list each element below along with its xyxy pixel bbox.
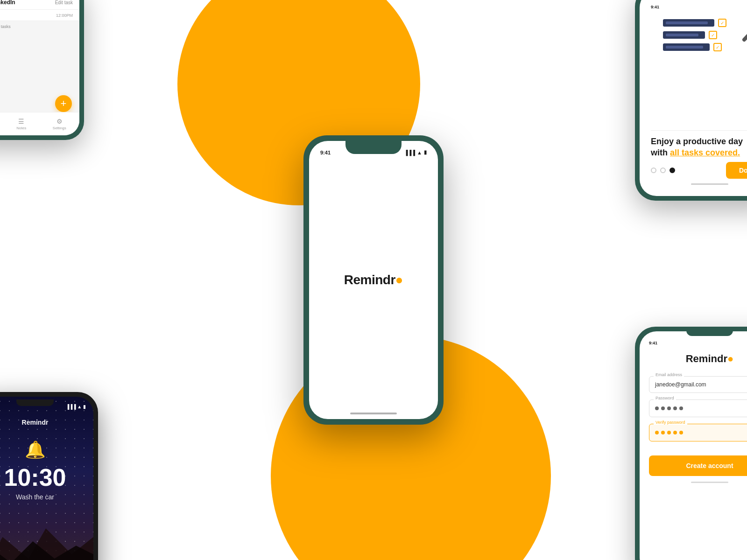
password-field[interactable]: 👁: [649, 399, 747, 417]
verify-password-label: Verify password: [654, 420, 687, 425]
phone-notch-splash: [345, 141, 402, 154]
done-button[interactable]: Done: [726, 162, 747, 179]
nav-notes[interactable]: ☰ Notes: [16, 118, 26, 130]
verify-dot-3: [667, 431, 671, 434]
onboard-title-line2: with: [651, 148, 670, 157]
task-time: 12:00PM: [56, 13, 73, 18]
settings-nav-icon: ⚙: [56, 118, 63, 125]
home-bar-onboard: [691, 183, 728, 185]
task-header: Check LinkedIn Edit task: [0, 0, 79, 10]
signup-logo-dot: ●: [727, 353, 733, 364]
ticked-label: 5 ticked off tasks: [0, 24, 11, 29]
signup-status-time: 9:41: [649, 341, 657, 345]
mountain-svg: [0, 499, 93, 560]
home-bar-signup: [691, 482, 728, 483]
phone-screen-tasks: Check LinkedIn Edit task ♡ remove 12:00P…: [0, 0, 79, 135]
phone-frame-onboard: 9:41 ▐▐▐ ▲ ▮ ✓: [635, 0, 747, 201]
notch-lock: [16, 399, 54, 406]
bottom-navigation: ⊞ Tasks ☰ Notes ⚙ Settings: [0, 112, 79, 135]
create-account-button[interactable]: Create account: [649, 455, 747, 476]
task-edit-label: Edit task: [55, 0, 73, 5]
password-input-group: Password 👁: [649, 399, 747, 417]
phone-screen-onboard: 9:41 ▐▐▐ ▲ ▮ ✓: [640, 0, 747, 196]
bar-fill-1: [666, 21, 708, 24]
status-time-splash: 9:41: [320, 150, 331, 155]
task-title: Check LinkedIn: [0, 0, 15, 6]
phone-center-splash: 9:41 ▐▐▐ ▲ ▮ Remindr●: [303, 135, 444, 425]
pw-dot-3: [667, 406, 671, 410]
home-bar-splash: [350, 413, 397, 414]
wifi-icon: ▲: [417, 150, 422, 155]
email-label: Email address: [654, 372, 684, 377]
verify-dot-1: [655, 431, 659, 434]
checklist-widget: ✓ ✓ ✓: [663, 19, 726, 51]
checklist-row-1: ✓: [663, 19, 726, 27]
lock-bell-icon: 🔔: [25, 440, 46, 460]
phone-frame-tasks: Check LinkedIn Edit task ♡ remove 12:00P…: [0, 0, 84, 140]
pw-dot-1: [655, 406, 659, 410]
signup-status-bar: 9:41 ▐▐▐ ▲ ▮: [649, 341, 747, 345]
svg-line-7: [744, 32, 747, 40]
signup-logo: Remindr●: [649, 353, 747, 365]
verify-password-input-group: Verify password 👁: [649, 424, 747, 441]
verify-password-field[interactable]: 👁: [649, 424, 747, 441]
onboard-status-time: 9:41: [651, 5, 659, 9]
verify-dot-2: [661, 431, 665, 434]
person-illustration: [731, 14, 747, 79]
phone-top-right-onboarding: 9:41 ▐▐▐ ▲ ▮ ✓: [635, 0, 747, 201]
onboard-underline: all tasks covered.: [670, 148, 740, 157]
verify-password-dots: [655, 431, 683, 434]
signal-icon: ▐▐▐: [404, 150, 415, 155]
notch-signup: [686, 331, 733, 336]
notes-nav-icon: ☰: [18, 118, 24, 125]
bar-fill-2: [666, 34, 698, 36]
lock-app-name: Remindr: [22, 419, 49, 426]
phone-bottom-right-signup: 9:41 ▐▐▐ ▲ ▮ Remindr● Email address jane…: [635, 327, 747, 560]
onboard-title: Enjoy a productive day with all tasks co…: [651, 136, 747, 158]
email-input-group: Email address janedoe@gmail.com: [649, 376, 747, 393]
signup-logo-text: Remindr: [686, 353, 727, 364]
checklist-bar-3: [663, 43, 710, 51]
dot-1: [651, 168, 656, 173]
checklist-row-2: ✓: [663, 31, 726, 39]
lock-time: 10:30: [4, 463, 66, 491]
task-item-row: ♡ remove 12:00PM: [0, 10, 79, 21]
verify-dot-4: [673, 431, 677, 434]
checklist-row-3: ✓: [663, 43, 726, 51]
nav-settings-label: Settings: [53, 126, 66, 130]
dot-3: [669, 168, 675, 173]
email-value: janedoe@gmail.com: [655, 381, 706, 388]
splash-logo-dot: ●: [395, 273, 403, 287]
battery-icon: ▮: [424, 149, 427, 155]
status-bar-onboard: 9:41 ▐▐▐ ▲ ▮: [651, 5, 747, 9]
fab-plus-icon: +: [61, 98, 67, 110]
checklist-bar-2: [663, 31, 705, 39]
pw-dot-5: [679, 406, 683, 410]
fab-add-button[interactable]: +: [55, 95, 72, 112]
splash-logo-text: Remindr: [344, 273, 395, 287]
pw-dot-2: [661, 406, 665, 410]
phone-frame-splash: 9:41 ▐▐▐ ▲ ▮ Remindr●: [303, 135, 444, 425]
verify-dot-5: [679, 431, 683, 434]
email-field[interactable]: janedoe@gmail.com: [649, 376, 747, 393]
check-icon-3: ✓: [713, 43, 722, 51]
signup-screen: 9:41 ▐▐▐ ▲ ▮ Remindr● Email address jane…: [640, 331, 747, 560]
check-icon-2: ✓: [709, 31, 717, 39]
lock-screen: 9:41 ▐▐▐ ▲ ▮ Remindr 🔔 10:30 Wash the ca…: [0, 397, 93, 560]
phone-top-left-tasks: Check LinkedIn Edit task ♡ remove 12:00P…: [0, 0, 84, 140]
ticked-off-section: ❯ 5 ticked off tasks: [0, 21, 79, 32]
nav-notes-label: Notes: [16, 126, 26, 130]
nav-settings[interactable]: ⚙ Settings: [53, 118, 66, 130]
check-icon-1: ✓: [718, 19, 726, 27]
divider-onboard: [651, 130, 747, 131]
lock-status-icons: ▐▐▐ ▲ ▮: [66, 404, 86, 409]
pagination-dots: [651, 168, 675, 173]
onboard-illustration: ✓ ✓ ✓: [651, 14, 747, 125]
password-dots: [655, 406, 683, 410]
status-icons-splash: ▐▐▐ ▲ ▮: [404, 149, 427, 155]
onboard-footer: Done: [651, 162, 747, 179]
splash-logo: Remindr●: [344, 273, 403, 287]
phone-screen-splash: 9:41 ▐▐▐ ▲ ▮ Remindr●: [309, 141, 438, 419]
bar-fill-3: [666, 46, 703, 49]
dot-2: [660, 168, 666, 173]
